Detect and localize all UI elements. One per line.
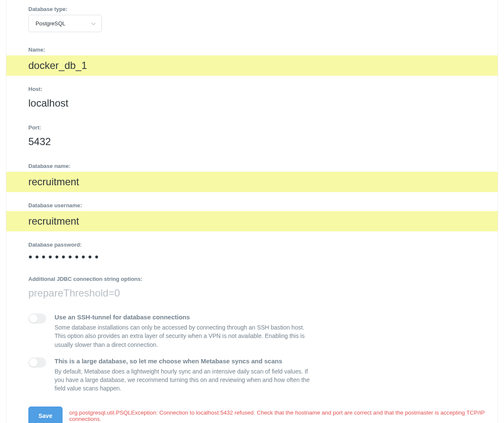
jdbc-label: Additional JDBC connection string option… <box>6 270 498 285</box>
ssh-toggle-text: Use an SSH-tunnel for database connectio… <box>55 313 317 349</box>
db-type-label: Database type: <box>6 0 498 15</box>
ssh-toggle-desc: Some database installations can only be … <box>55 323 317 349</box>
field-name: Name: <box>6 41 498 76</box>
field-db-username: Database username: <box>6 196 498 231</box>
toggle-knob <box>29 358 38 367</box>
field-host: Host: <box>6 80 498 114</box>
host-input[interactable] <box>28 97 498 109</box>
db-username-label: Database username: <box>6 196 498 211</box>
large-db-toggle-text: This is a large database, so let me choo… <box>55 357 317 393</box>
db-type-select[interactable]: PostgreSQL <box>28 15 102 32</box>
field-jdbc: Additional JDBC connection string option… <box>6 270 498 304</box>
ssh-tunnel-option: Use an SSH-tunnel for database connectio… <box>6 308 498 352</box>
port-input[interactable] <box>28 136 498 148</box>
form-footer: Save org.postgresql.util.PSQLException: … <box>6 396 498 423</box>
large-db-toggle-desc: By default, Metabase does a lightweight … <box>55 367 317 393</box>
database-settings-form: Database type: PostgreSQL Name: Host: Po… <box>6 0 498 423</box>
host-label: Host: <box>6 80 498 95</box>
port-label: Port: <box>6 118 498 133</box>
large-db-toggle[interactable] <box>28 357 46 368</box>
ssh-toggle-title: Use an SSH-tunnel for database connectio… <box>55 313 317 321</box>
chevron-down-icon <box>91 21 96 26</box>
large-db-option: This is a large database, so let me choo… <box>6 352 498 396</box>
db-name-input[interactable] <box>28 176 498 188</box>
db-password-input[interactable] <box>28 253 498 261</box>
db-username-input[interactable] <box>28 215 498 227</box>
db-name-label: Database name: <box>6 157 498 172</box>
name-label: Name: <box>6 41 498 55</box>
db-type-value: PostgreSQL <box>36 20 66 27</box>
field-db-password: Database password: <box>6 236 498 266</box>
jdbc-input[interactable] <box>28 287 498 299</box>
field-port: Port: <box>6 118 498 153</box>
db-password-label: Database password: <box>6 236 498 250</box>
toggle-knob <box>29 314 38 323</box>
save-button[interactable]: Save <box>28 407 63 423</box>
name-input[interactable] <box>28 60 498 71</box>
ssh-toggle[interactable] <box>28 313 46 324</box>
field-db-name: Database name: <box>6 157 498 192</box>
error-message: org.postgresql.util.PSQLException: Conne… <box>69 409 498 422</box>
large-db-toggle-title: This is a large database, so let me choo… <box>55 357 317 365</box>
field-db-type: Database type: PostgreSQL <box>6 0 498 36</box>
